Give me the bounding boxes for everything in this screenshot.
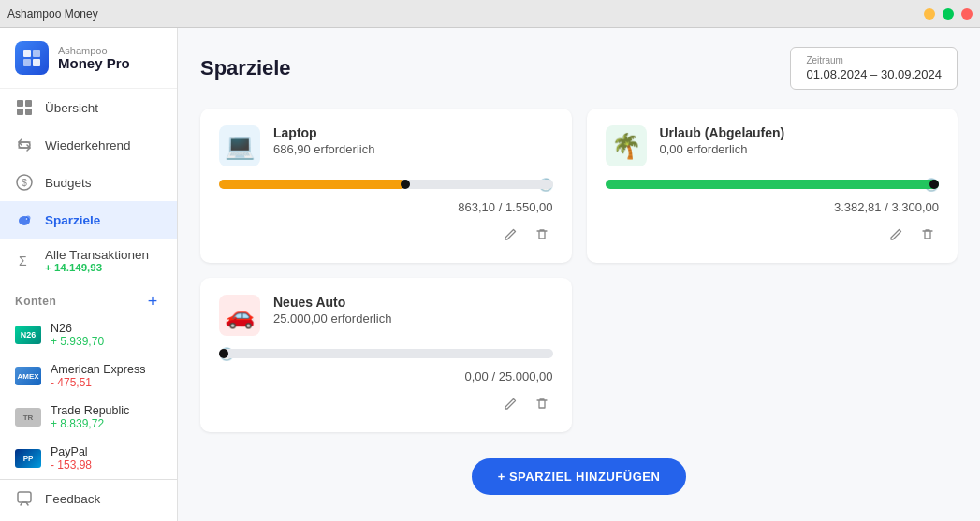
account-item-amex[interactable]: AMEX American Express - 475,51 xyxy=(0,355,177,397)
sidebar-item-optionen[interactable]: Optionen xyxy=(0,517,177,521)
add-sparziel-button[interactable]: + SPARZIEL HINZUFÜGEN xyxy=(472,458,687,495)
auto-progress-bar xyxy=(219,349,553,358)
paypal-info: PayPal - 153,98 xyxy=(51,445,92,471)
sigma-icon: Σ xyxy=(15,252,34,270)
app-name-prefix: Ashampoo xyxy=(58,45,130,56)
svg-rect-1 xyxy=(33,50,40,57)
zeitraum-label: Zeitraum xyxy=(806,55,942,65)
amex-info: American Express - 475,51 xyxy=(51,363,145,389)
add-account-button[interactable]: + xyxy=(143,292,162,311)
laptop-progress-fill xyxy=(219,180,405,189)
svg-rect-6 xyxy=(17,109,23,115)
card-urlaub-subtitle: 0,00 erforderlich xyxy=(660,142,785,156)
laptop-progress-bar xyxy=(219,180,553,189)
sidebar-item-alle-transaktionen[interactable]: Σ Alle Transaktionen + 14.149,93 xyxy=(0,239,177,282)
nav-section: Übersicht Wiederkehrend xyxy=(0,89,177,479)
alle-transaktionen-badge: + 14.149,93 xyxy=(45,262,149,273)
konten-label: Konten xyxy=(15,295,56,308)
svg-text:$: $ xyxy=(22,178,27,188)
auto-edit-button[interactable] xyxy=(499,393,521,415)
close-button[interactable] xyxy=(961,8,973,20)
card-urlaub-header: 🌴 Urlaub (Abgelaufen) 0,00 erforderlich xyxy=(606,125,940,166)
svg-rect-7 xyxy=(25,109,32,115)
add-goal-footer: + SPARZIEL HINZUFÜGEN xyxy=(200,447,958,510)
amex-balance: - 475,51 xyxy=(51,376,145,389)
svg-text:Σ: Σ xyxy=(19,253,27,268)
konten-header: Konten + xyxy=(0,282,177,314)
auto-delete-button[interactable] xyxy=(531,393,553,415)
app-body: Ashampoo Money Pro Übersicht xyxy=(0,28,980,521)
account-item-paypal[interactable]: PP PayPal - 153,98 xyxy=(0,438,177,479)
page-title: Sparziele xyxy=(200,56,291,80)
paypal-name: PayPal xyxy=(51,445,92,458)
sidebar-footer: Feedback Optionen ? Hilfe xyxy=(0,479,177,521)
laptop-edit-button[interactable] xyxy=(499,224,521,246)
trade-name: Trade Republic xyxy=(51,404,129,417)
sidebar-label-budgets: Budgets xyxy=(45,176,92,190)
card-laptop: 💻 Laptop 686,90 erforderlich 🕐 86 xyxy=(200,109,572,263)
urlaub-progress-dot xyxy=(929,180,939,189)
urlaub-edit-button[interactable] xyxy=(885,224,907,246)
auto-icon: 🚗 xyxy=(219,295,260,336)
sidebar-item-wiederkehrend[interactable]: Wiederkehrend xyxy=(0,126,177,164)
feedback-label: Feedback xyxy=(45,492,100,506)
main-header: Sparziele Zeitraum 01.08.2024 – 30.09.20… xyxy=(178,28,980,101)
urlaub-delete-button[interactable] xyxy=(916,224,939,246)
sidebar-label-ubersicht: Übersicht xyxy=(45,101,98,115)
laptop-delete-button[interactable] xyxy=(531,224,553,246)
card-laptop-title: Laptop xyxy=(273,125,374,140)
dollar-icon: $ xyxy=(15,173,34,192)
card-auto-subtitle: 25.000,00 erforderlich xyxy=(273,311,391,326)
n26-name: N26 xyxy=(51,322,104,335)
urlaub-amounts: 3.382,81 / 3.300,00 xyxy=(606,200,940,214)
auto-amounts: 0,00 / 25.000,00 xyxy=(219,369,553,384)
maximize-button[interactable] xyxy=(943,8,954,20)
laptop-amounts: 863,10 / 1.550,00 xyxy=(219,200,553,214)
amex-name: American Express xyxy=(51,363,145,376)
zeitraum-value: 01.08.2024 – 30.09.2024 xyxy=(806,67,942,81)
zeitraum-box: Zeitraum 01.08.2024 – 30.09.2024 xyxy=(790,47,958,90)
titlebar: Ashampoo Money xyxy=(0,0,980,28)
urlaub-actions xyxy=(606,224,940,246)
sidebar-item-ubersicht[interactable]: Übersicht xyxy=(0,89,177,126)
card-neues-auto: 🚗 Neues Auto 25.000,00 erforderlich 🕐 xyxy=(200,278,572,432)
auto-progress-container: 🕐 xyxy=(219,349,553,364)
alle-transaktionen-label: Alle Transaktionen xyxy=(45,248,149,262)
trade-icon: TR xyxy=(15,408,41,427)
auto-progress-dot xyxy=(219,349,228,358)
account-item-n26[interactable]: N26 N26 + 5.939,70 xyxy=(0,314,177,355)
account-item-trade[interactable]: TR Trade Republic + 8.839,72 xyxy=(0,397,177,438)
svg-rect-14 xyxy=(18,492,31,502)
minimize-button[interactable] xyxy=(924,8,935,20)
svg-point-12 xyxy=(26,218,28,220)
laptop-progress-container: 🕐 xyxy=(219,180,553,195)
paypal-balance: - 153,98 xyxy=(51,458,92,471)
cards-container: 💻 Laptop 686,90 erforderlich 🕐 86 xyxy=(178,101,980,521)
titlebar-title: Ashampoo Money xyxy=(7,7,98,21)
cards-row-2: 🚗 Neues Auto 25.000,00 erforderlich 🕐 xyxy=(200,278,958,432)
card-laptop-info: Laptop 686,90 erforderlich xyxy=(273,125,374,156)
sidebar-item-budgets[interactable]: $ Budgets xyxy=(0,164,177,201)
sidebar-item-sparziele[interactable]: Sparziele xyxy=(0,201,177,239)
paypal-icon: PP xyxy=(15,449,41,468)
card-urlaub-info: Urlaub (Abgelaufen) 0,00 erforderlich xyxy=(660,125,785,156)
window-controls xyxy=(924,8,973,20)
repeat-icon xyxy=(15,136,34,154)
cards-row-1: 💻 Laptop 686,90 erforderlich 🕐 86 xyxy=(200,109,958,263)
app-name-container: Ashampoo Money Pro xyxy=(58,45,130,72)
piggy-icon xyxy=(15,210,34,229)
svg-rect-2 xyxy=(23,59,31,66)
card-laptop-subtitle: 686,90 erforderlich xyxy=(273,142,374,156)
auto-actions xyxy=(219,393,553,415)
svg-rect-4 xyxy=(17,100,23,107)
trade-info: Trade Republic + 8.839,72 xyxy=(51,404,129,430)
grid-icon xyxy=(15,98,34,117)
card-urlaub: 🌴 Urlaub (Abgelaufen) 0,00 erforderlich … xyxy=(587,109,958,263)
laptop-actions xyxy=(219,224,553,246)
card-auto-title: Neues Auto xyxy=(273,295,391,310)
svg-rect-3 xyxy=(33,59,40,66)
card-auto-info: Neues Auto 25.000,00 erforderlich xyxy=(273,295,391,326)
sidebar-item-feedback[interactable]: Feedback xyxy=(0,480,177,517)
sidebar-header: Ashampoo Money Pro xyxy=(0,28,177,89)
app-logo xyxy=(15,41,49,75)
